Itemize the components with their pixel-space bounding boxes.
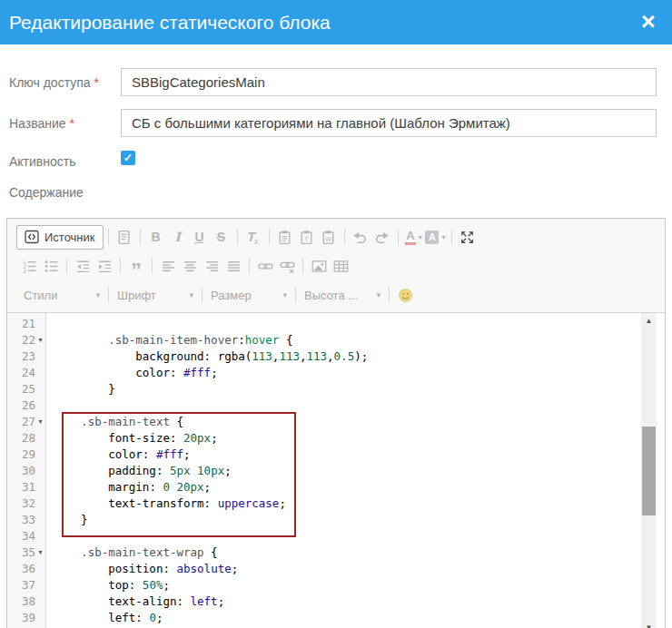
check-icon: ✓ bbox=[124, 152, 133, 164]
source-icon bbox=[25, 230, 39, 244]
code-lines[interactable]: .sb-main-item-hover:hover { background: … bbox=[47, 313, 641, 628]
toolbar-separator bbox=[344, 229, 345, 245]
code-line[interactable]: left: 0; bbox=[54, 610, 641, 626]
fold-spacer bbox=[35, 316, 45, 332]
code-line[interactable]: padding: 5px 10px; bbox=[54, 463, 641, 479]
activity-label: Активность bbox=[9, 154, 76, 169]
name-label: Название* bbox=[9, 116, 74, 131]
scroll-up-icon[interactable]: ▲ bbox=[641, 315, 657, 328]
paste-icon bbox=[274, 226, 296, 248]
smiley-icon[interactable] bbox=[394, 284, 416, 306]
code-line[interactable]: } bbox=[54, 512, 641, 528]
code-line[interactable]: text-align: left; bbox=[54, 594, 641, 610]
fold-spacer bbox=[35, 512, 45, 528]
link-icon bbox=[254, 255, 276, 277]
line-number: 26 bbox=[7, 397, 45, 414]
remove-format-icon: Tx bbox=[242, 226, 264, 248]
line-number: 28 bbox=[7, 430, 45, 446]
bulleted-list-icon bbox=[40, 255, 62, 277]
toolbar-row-2: 123” bbox=[15, 252, 657, 280]
undo-icon bbox=[350, 226, 371, 248]
line-number: 22▾ bbox=[7, 332, 45, 348]
fold-spacer bbox=[35, 348, 45, 365]
toolbar-separator bbox=[302, 258, 303, 274]
source-button-label: Источник bbox=[44, 231, 95, 244]
fold-spacer bbox=[35, 479, 45, 496]
fold-spacer bbox=[35, 561, 45, 577]
toolbar-separator bbox=[389, 287, 390, 303]
code-line[interactable] bbox=[54, 316, 641, 332]
code-line[interactable]: .sb-main-text { bbox=[54, 414, 641, 430]
line-number: 23 bbox=[7, 348, 45, 365]
fold-spacer bbox=[35, 381, 45, 397]
required-asterisk: * bbox=[94, 75, 99, 90]
increase-indent-icon bbox=[94, 255, 115, 277]
line-number: 39 bbox=[7, 610, 45, 626]
activity-checkbox[interactable]: ✓ bbox=[121, 151, 135, 165]
fold-arrow-icon[interactable]: ▾ bbox=[35, 332, 45, 348]
fold-spacer bbox=[35, 446, 45, 463]
toolbar-row-1: Источник BIUSTxTWA▾A▾ bbox=[15, 223, 657, 250]
scrollbar-thumb[interactable] bbox=[642, 427, 656, 515]
code-line[interactable]: text-transform: uppercase; bbox=[54, 496, 641, 512]
line-number: 34 bbox=[7, 528, 45, 545]
toolbar-separator bbox=[295, 287, 296, 303]
code-line[interactable]: } bbox=[54, 381, 641, 397]
fold-spacer bbox=[35, 577, 45, 594]
required-asterisk: * bbox=[70, 116, 74, 131]
line-number: 27▾ bbox=[7, 414, 45, 430]
toolbar-row-3: Стили▾ Шрифт▾ Размер▾ Высота ...▾ bbox=[20, 281, 657, 309]
code-line[interactable]: .sb-main-text-wrap { bbox=[54, 545, 641, 561]
align-left-icon bbox=[157, 255, 179, 277]
unlink-icon bbox=[276, 255, 298, 277]
line-number: 21 bbox=[7, 316, 45, 332]
line-number: 37 bbox=[7, 577, 45, 594]
fold-spacer bbox=[35, 594, 45, 610]
source-code-area[interactable]: 2122▾2324252627▾2829303132333435▾3637383… bbox=[7, 313, 665, 628]
toolbar-separator bbox=[152, 258, 153, 274]
vertical-scrollbar[interactable]: ▲ ▼ bbox=[641, 313, 657, 628]
fold-arrow-icon[interactable]: ▾ bbox=[35, 545, 45, 561]
code-line[interactable]: color: #fff; bbox=[54, 365, 641, 381]
code-line[interactable]: margin: 0 20px; bbox=[54, 479, 641, 496]
toolbar-separator bbox=[108, 229, 109, 245]
code-line[interactable]: position: absolute; bbox=[54, 561, 641, 577]
source-button[interactable]: Источник bbox=[16, 225, 104, 250]
toolbar-separator bbox=[269, 229, 270, 245]
fold-arrow-icon[interactable]: ▾ bbox=[35, 414, 45, 430]
line-number: 29 bbox=[7, 446, 45, 463]
size-dropdown: Размер▾ bbox=[207, 284, 291, 306]
toolbar-separator bbox=[108, 287, 109, 303]
line-number: 32 bbox=[7, 496, 45, 512]
content-label: Содержание bbox=[9, 185, 84, 200]
code-line[interactable] bbox=[54, 528, 641, 545]
code-line[interactable]: color: #fff; bbox=[54, 446, 641, 463]
code-line[interactable] bbox=[54, 397, 641, 414]
line-number: 33 bbox=[7, 512, 45, 528]
toolbar-separator bbox=[202, 287, 203, 303]
paste-from-word-icon: W bbox=[318, 226, 340, 248]
dialog-header: Редактирование статического блока × bbox=[0, 0, 672, 44]
fold-spacer bbox=[35, 365, 45, 381]
code-line[interactable]: background: rgba(113,113,113,0.5); bbox=[54, 348, 641, 365]
italic-icon: I bbox=[167, 226, 189, 248]
name-field[interactable] bbox=[121, 109, 657, 137]
chevron-down-icon: ▾ bbox=[189, 290, 193, 299]
scroll-down-icon[interactable]: ▼ bbox=[641, 622, 657, 628]
underline-icon: U bbox=[189, 226, 211, 248]
line-number: 35▾ bbox=[7, 545, 45, 561]
svg-text:W: W bbox=[325, 236, 331, 242]
strikethrough-icon: S bbox=[211, 226, 232, 248]
access-key-field[interactable] bbox=[121, 68, 657, 96]
line-number: 30 bbox=[7, 463, 45, 479]
code-line[interactable]: font-size: 20px; bbox=[54, 430, 641, 446]
toolbar-separator bbox=[120, 258, 121, 274]
text-color-icon: A▾ bbox=[403, 226, 425, 248]
fold-spacer bbox=[35, 463, 45, 479]
close-icon[interactable]: × bbox=[634, 5, 663, 39]
fold-spacer bbox=[35, 528, 45, 545]
rich-text-editor: Источник BIUSTxTWA▾A▾ 123” Стили▾ Шрифт▾… bbox=[6, 218, 666, 628]
maximize-icon[interactable] bbox=[457, 226, 479, 248]
code-line[interactable]: .sb-main-item-hover:hover { bbox=[54, 332, 641, 348]
code-line[interactable]: top: 50%; bbox=[54, 577, 641, 594]
